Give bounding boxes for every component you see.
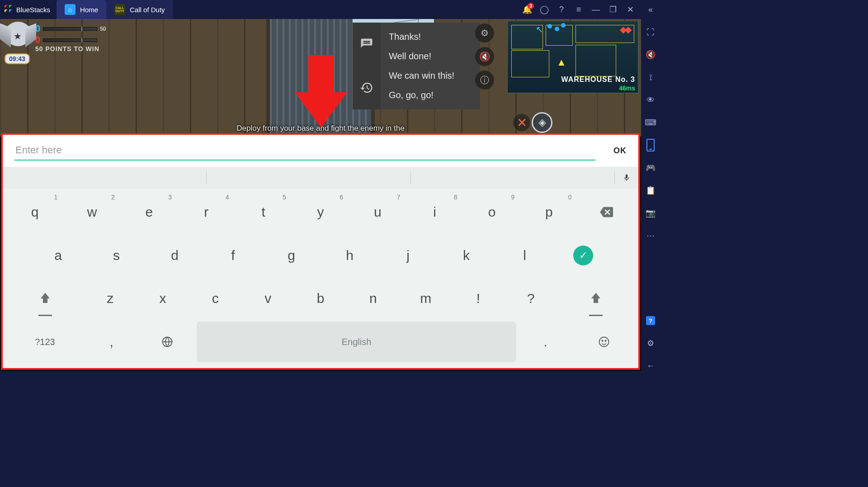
minimap[interactable]: ↖ ◆◆ ▲ WAREHOUSE No. 3 46ms	[507, 21, 638, 93]
suggestion-slot[interactable]	[411, 171, 615, 184]
key-enter[interactable]: ✓	[555, 235, 611, 276]
key-q[interactable]: q1	[8, 192, 62, 232]
key-language[interactable]	[141, 322, 194, 362]
minimize-icon[interactable]: —	[591, 5, 600, 14]
info-hud-icon[interactable]: ⓘ	[475, 71, 494, 90]
key-l[interactable]: l	[497, 235, 552, 276]
volume-mute-icon[interactable]: 🔇	[646, 50, 656, 60]
screenshot-icon[interactable]: 📷	[646, 208, 656, 218]
svg-point-1	[599, 337, 609, 347]
key-period[interactable]: .	[519, 322, 572, 362]
app-brand: BlueStacks	[0, 5, 57, 14]
home-icon: ⌂	[65, 4, 75, 15]
key-s[interactable]: s	[89, 235, 144, 276]
clipboard-icon[interactable]: 📋	[646, 185, 656, 195]
tab-call-of-duty[interactable]: CALLDUTY Call of Duty	[106, 0, 173, 19]
quick-chat-panel: Thanks! Well done! We can win this! Go, …	[353, 23, 480, 109]
key-m[interactable]: m	[401, 279, 450, 319]
key-y[interactable]: y6	[293, 192, 348, 232]
keyboard-row-2: a s d f g h j k l ✓	[6, 234, 635, 277]
quick-chat-item[interactable]: Go, go, go!	[381, 85, 480, 105]
quick-chat-item[interactable]: Well done!	[381, 47, 480, 66]
score-bar-red	[43, 38, 97, 42]
team-emblem-icon	[4, 22, 33, 51]
menu-icon[interactable]: ≡	[574, 5, 583, 14]
key-u[interactable]: u7	[350, 192, 405, 232]
game-viewport: 0 50 0 50 POINTS TO WIN 09:43	[0, 19, 641, 371]
key-comma[interactable]: ,	[85, 322, 138, 362]
gamepad-icon[interactable]: 🎮	[646, 163, 656, 173]
more-icon[interactable]: ⋯	[646, 231, 656, 241]
key-question[interactable]: ?	[506, 279, 556, 319]
location-icon[interactable]: ⟟	[646, 72, 656, 82]
svg-point-2	[602, 340, 603, 341]
key-backspace[interactable]	[579, 192, 633, 232]
bluestacks-logo-icon	[5, 5, 14, 14]
quick-chat-item[interactable]: We can win this!	[381, 66, 480, 85]
keyboard-row-3: z x c v b n m ! ?	[6, 277, 635, 321]
keyboard-suggestions	[3, 167, 638, 189]
key-shift-left[interactable]	[8, 279, 83, 319]
account-icon[interactable]: ◯	[540, 5, 549, 14]
key-p[interactable]: p0	[522, 192, 576, 232]
score-bar-blue	[43, 27, 97, 31]
key-x[interactable]: x	[138, 279, 188, 319]
notifications-icon[interactable]: 🔔3	[523, 5, 532, 14]
key-g[interactable]: g	[264, 235, 319, 276]
fullscreen-icon[interactable]: ⛶	[646, 27, 656, 37]
key-exclaim[interactable]: !	[453, 279, 503, 319]
key-c[interactable]: c	[190, 279, 240, 319]
chat-tab-icon[interactable]	[353, 23, 381, 66]
key-r[interactable]: r4	[179, 192, 233, 232]
eye-off-icon[interactable]: 👁	[646, 95, 656, 105]
history-tab-icon[interactable]	[353, 66, 381, 109]
hud-side-buttons: ⚙ 🔇 ⓘ	[475, 24, 494, 90]
key-b[interactable]: b	[296, 279, 345, 319]
device-icon[interactable]	[646, 140, 656, 150]
settings-icon[interactable]: ⚙	[646, 338, 656, 348]
back-icon[interactable]: ←	[646, 361, 656, 371]
close-icon[interactable]: ✕	[626, 5, 635, 14]
key-n[interactable]: n	[348, 279, 398, 319]
mute-hud-icon[interactable]: 🔇	[475, 47, 494, 66]
key-f[interactable]: f	[205, 235, 261, 276]
svg-point-3	[605, 340, 606, 341]
key-e[interactable]: e3	[122, 192, 176, 232]
key-shift-right[interactable]	[558, 279, 633, 319]
settings-hud-icon[interactable]: ⚙	[475, 24, 494, 43]
key-symbols[interactable]: ?123	[8, 322, 82, 362]
chat-input[interactable]	[14, 141, 595, 161]
key-a[interactable]: a	[30, 235, 86, 276]
target-hud-icon[interactable]: ◈	[532, 112, 552, 133]
keyboard-icon[interactable]: ⌨	[646, 118, 656, 128]
suggestion-slot[interactable]	[3, 171, 207, 184]
on-screen-keyboard: q1 w2 e3 r4 t5 y6 u7 i8 o9 p0 a s d f g	[3, 189, 638, 368]
ok-button[interactable]: OK	[613, 146, 627, 156]
side-toolbar: « ⛶ 🔇 ⟟ 👁 ⌨ 🎮 📋 📷 ⋯ ? ⚙ ←	[641, 0, 660, 371]
minimap-player-icon: ▲	[557, 57, 566, 68]
quick-chat-item[interactable]: Thanks!	[381, 27, 480, 47]
key-j[interactable]: j	[380, 235, 436, 276]
suggestion-slot[interactable]	[207, 171, 410, 184]
key-w[interactable]: w2	[65, 192, 119, 232]
key-v[interactable]: v	[243, 279, 292, 319]
close-chat-icon[interactable]: ✕	[513, 114, 530, 131]
collapse-sidebar-icon[interactable]: «	[646, 5, 656, 14]
minimap-team-dots	[547, 24, 552, 28]
key-t[interactable]: t5	[236, 192, 290, 232]
tab-game-label: Call of Duty	[130, 6, 165, 14]
tab-home-label: Home	[80, 6, 98, 14]
tab-home[interactable]: ⌂ Home	[57, 0, 106, 19]
help-icon[interactable]: ?	[557, 5, 566, 14]
key-k[interactable]: k	[439, 235, 494, 276]
maximize-icon[interactable]: ❐	[609, 5, 618, 14]
key-h[interactable]: h	[322, 235, 377, 276]
key-emoji[interactable]	[575, 322, 633, 362]
key-d[interactable]: d	[147, 235, 203, 276]
key-i[interactable]: i8	[408, 192, 462, 232]
voice-input-icon[interactable]	[615, 172, 638, 183]
key-space[interactable]: English	[197, 322, 516, 362]
help-badge-icon[interactable]: ?	[646, 316, 656, 326]
key-z[interactable]: z	[85, 279, 135, 319]
key-o[interactable]: o9	[465, 192, 519, 232]
